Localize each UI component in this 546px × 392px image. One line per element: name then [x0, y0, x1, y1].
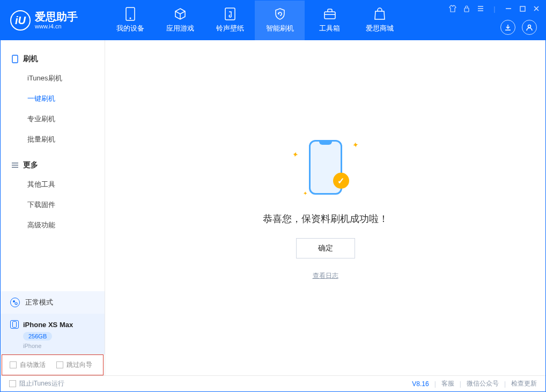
device-name: iPhone XS Max: [23, 321, 73, 329]
nav-store[interactable]: 爱思商城: [355, 1, 404, 40]
sidebar-item-download-firmware[interactable]: 下载固件: [1, 195, 105, 215]
nav-ringtone-wallpaper[interactable]: 铃声壁纸: [205, 1, 255, 40]
svg-point-7: [528, 25, 531, 28]
sidebar-item-other-tools[interactable]: 其他工具: [1, 174, 105, 195]
maximize-button[interactable]: [518, 4, 527, 13]
device-storage-badge: 256GB: [23, 332, 52, 341]
header-right-actions: [500, 20, 537, 35]
svg-point-10: [15, 302, 17, 305]
mode-icon: [10, 298, 20, 307]
version-label: V8.16: [412, 380, 429, 388]
sidebar-item-pro-flash[interactable]: 专业刷机: [1, 109, 105, 129]
logo-icon: iU: [10, 10, 31, 31]
window-controls: |: [448, 4, 541, 13]
svg-point-9: [13, 300, 15, 302]
sidebar-item-itunes-flash[interactable]: iTunes刷机: [1, 68, 105, 88]
nav-my-device[interactable]: 我的设备: [105, 1, 155, 40]
success-illustration: ✦ ✦ ✦ ✓: [288, 135, 363, 199]
sidebar-group-more: 更多: [1, 156, 105, 174]
flash-options-highlight: 自动激活 跳过向导: [2, 354, 104, 375]
svg-rect-3: [324, 12, 335, 19]
list-icon: [11, 161, 19, 169]
sidebar-item-onekey-flash[interactable]: 一键刷机: [1, 88, 105, 109]
footer-link-wechat[interactable]: 微信公众号: [467, 379, 499, 388]
user-button[interactable]: [522, 20, 537, 35]
app-title: 爱思助手: [35, 11, 78, 22]
sidebar: 刷机 iTunes刷机 一键刷机 专业刷机 批量刷机 更多 其他工具 下载固件 …: [1, 40, 105, 375]
checkbox-auto-activate[interactable]: 自动激活: [10, 360, 46, 369]
device-icon: [10, 320, 19, 329]
nav-tabs: 我的设备 应用游戏 铃声壁纸 智能刷机 工具箱 爱思商城: [105, 1, 404, 40]
svg-rect-8: [12, 55, 18, 63]
menu-icon[interactable]: [476, 4, 485, 13]
main-content: ✦ ✦ ✦ ✓ 恭喜您，保资料刷机成功啦！ 确定 查看日志: [105, 40, 545, 375]
success-message: 恭喜您，保资料刷机成功啦！: [263, 212, 388, 225]
download-button[interactable]: [500, 20, 515, 35]
lock-icon[interactable]: [462, 4, 471, 13]
bag-icon: [373, 8, 386, 20]
phone-icon: [11, 55, 19, 63]
nav-toolbox[interactable]: 工具箱: [305, 1, 355, 40]
svg-rect-2: [225, 8, 235, 20]
footer-link-update[interactable]: 检查更新: [511, 379, 537, 388]
svg-rect-11: [13, 322, 17, 328]
close-button[interactable]: [532, 4, 541, 13]
nav-apps-games[interactable]: 应用游戏: [155, 1, 205, 40]
svg-point-1: [129, 18, 131, 19]
logo-area: iU 爱思助手 www.i4.cn: [1, 10, 105, 31]
cube-icon: [174, 8, 187, 20]
toolbox-icon: [323, 8, 336, 20]
shield-refresh-icon: [274, 8, 286, 20]
sparkle-icon: ✦: [303, 190, 307, 196]
shirt-icon[interactable]: [448, 4, 458, 13]
mode-card[interactable]: 正常模式: [1, 291, 105, 314]
separator: |: [490, 4, 499, 13]
checkbox-block-itunes[interactable]: 阻止iTunes运行: [9, 379, 64, 388]
sidebar-item-advanced[interactable]: 高级功能: [1, 215, 105, 235]
svg-rect-6: [520, 6, 525, 11]
app-header: iU 爱思助手 www.i4.cn 我的设备 应用游戏 铃声壁纸 智能刷机 工具…: [1, 1, 545, 40]
music-file-icon: [224, 8, 237, 20]
svg-rect-4: [464, 8, 469, 12]
footer: 阻止iTunes运行 V8.16 | 客服 | 微信公众号 | 检查更新: [1, 375, 545, 391]
check-icon: ✓: [333, 173, 349, 189]
footer-link-support[interactable]: 客服: [441, 379, 454, 388]
minimize-button[interactable]: [504, 4, 513, 13]
view-log-link[interactable]: 查看日志: [313, 271, 338, 280]
app-subtitle: www.i4.cn: [35, 23, 78, 29]
nav-smart-flash[interactable]: 智能刷机: [255, 1, 305, 40]
mode-label: 正常模式: [25, 298, 53, 307]
phone-icon: [124, 8, 137, 20]
sidebar-item-batch-flash[interactable]: 批量刷机: [1, 129, 105, 150]
sparkle-icon: ✦: [351, 140, 359, 150]
device-card[interactable]: iPhone XS Max 256GB iPhone: [1, 314, 105, 354]
ok-button[interactable]: 确定: [296, 238, 355, 258]
checkbox-skip-wizard[interactable]: 跳过向导: [56, 360, 92, 369]
device-type: iPhone: [23, 343, 95, 349]
sparkle-icon: ✦: [291, 150, 299, 159]
sidebar-group-flash: 刷机: [1, 50, 105, 68]
